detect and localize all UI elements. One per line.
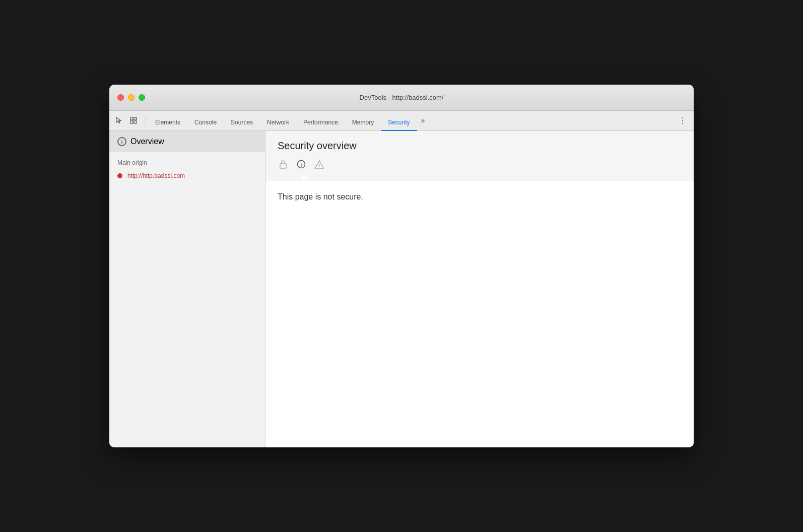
tab-console[interactable]: Console: [187, 115, 224, 131]
svg-text:!: !: [319, 163, 320, 168]
inspect-icon[interactable]: [127, 114, 140, 126]
not-secure-message: This page is not secure.: [278, 192, 682, 202]
tab-elements[interactable]: Elements: [148, 115, 187, 131]
security-overview-header: Security overview i: [265, 131, 694, 180]
tab-security[interactable]: Security: [381, 115, 417, 131]
minimize-button[interactable]: [128, 94, 135, 101]
info-icon: i: [117, 137, 126, 146]
devtools-window: DevTools - http://badssl.com/ Elements C…: [109, 85, 694, 447]
origin-item[interactable]: http://http.badssl.com: [109, 169, 265, 182]
content-area: Security overview i: [265, 131, 694, 447]
svg-rect-3: [134, 121, 137, 123]
indicator-row: [278, 174, 682, 180]
svg-rect-4: [280, 164, 286, 168]
toolbar-icons: [113, 114, 140, 130]
content-body: This page is not secure.: [265, 180, 694, 447]
maximize-button[interactable]: [139, 94, 145, 101]
origin-status-dot: [117, 173, 122, 178]
svg-text:i: i: [301, 162, 302, 168]
svg-rect-2: [130, 121, 133, 123]
toolbar-right: ⋮: [676, 115, 690, 130]
tab-performance[interactable]: Performance: [296, 115, 345, 131]
lock-icon: [278, 159, 289, 170]
toolbar-divider: [146, 115, 146, 126]
tab-network[interactable]: Network: [260, 115, 296, 131]
sidebar-overview-item[interactable]: i Overview: [109, 131, 265, 152]
sidebar: i Overview Main origin http://http.badss…: [109, 131, 265, 447]
cursor-icon[interactable]: [113, 114, 125, 126]
security-overview-title: Security overview: [278, 140, 682, 152]
tab-memory[interactable]: Memory: [345, 115, 381, 131]
tab-sources[interactable]: Sources: [224, 115, 260, 131]
close-button[interactable]: [117, 94, 124, 101]
origin-url[interactable]: http://http.badssl.com: [127, 172, 185, 179]
warning-icon: !: [314, 159, 325, 170]
more-tabs-button[interactable]: »: [417, 113, 429, 127]
more-options-button[interactable]: ⋮: [676, 115, 690, 126]
svg-rect-1: [134, 117, 137, 120]
info-circle-icon: i: [296, 159, 307, 170]
security-icons-row: i !: [278, 159, 682, 174]
indicator-arrow: [300, 175, 309, 180]
traffic-lights: [117, 94, 145, 101]
svg-rect-0: [130, 117, 133, 120]
main-area: i Overview Main origin http://http.badss…: [109, 131, 694, 447]
window-title: DevTools - http://badssl.com/: [360, 94, 444, 101]
main-origin-label: Main origin: [109, 152, 265, 169]
toolbar: Elements Console Sources Network Perform…: [109, 111, 694, 131]
overview-label: Overview: [130, 137, 164, 146]
titlebar: DevTools - http://badssl.com/: [109, 85, 694, 111]
